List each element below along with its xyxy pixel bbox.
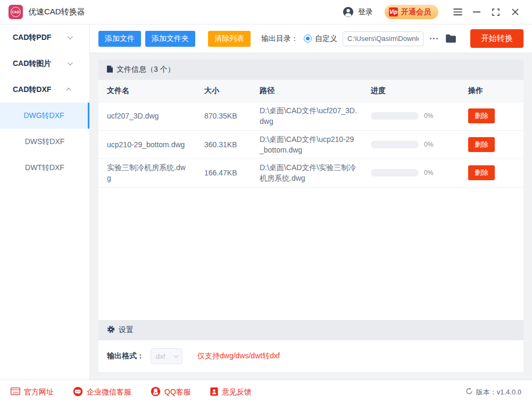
open-folder-icon[interactable]	[445, 34, 456, 43]
table-empty-area	[98, 188, 523, 320]
website-icon: .com	[11, 388, 20, 397]
feedback-link[interactable]: 意见反馈	[210, 387, 252, 398]
maximize-icon[interactable]	[486, 4, 505, 21]
file-size: 870.35KB	[204, 112, 260, 120]
close-icon[interactable]	[505, 4, 525, 21]
progress-cell: 0%	[371, 141, 468, 148]
file-path: D:\桌面\CAD文件\ucf207_3D.dwg	[260, 105, 371, 127]
svg-text:.com: .com	[12, 391, 19, 394]
custom-radio[interactable]	[304, 35, 312, 43]
window-controls	[448, 4, 525, 21]
file-size: 360.31KB	[204, 140, 260, 149]
footer: .com 官方网址 企业微信客服 QQ客服 意见反馈 版本：v	[0, 380, 532, 404]
vip-button-label: 开通会员	[401, 7, 431, 17]
qq-service-link[interactable]: QQ客服	[151, 386, 191, 398]
settings-panel: 设置 输出格式： dxf 仅支持dwg/dws/dwt转dxf	[98, 320, 523, 372]
minimize-icon[interactable]	[467, 4, 486, 21]
table-row: ucf207_3D.dwg 870.35KB D:\桌面\CAD文件\ucf20…	[98, 102, 523, 131]
col-filename: 文件名	[107, 86, 204, 96]
progress-label: 0%	[424, 112, 433, 120]
output-format-select: dxf	[151, 348, 182, 364]
official-website-link[interactable]: .com 官方网址	[11, 388, 54, 397]
output-dir-label: 输出目录：	[261, 34, 298, 44]
output-path-input[interactable]	[343, 31, 423, 46]
version-info: 版本：v1.4.0.0	[466, 388, 521, 397]
file-path: D:\桌面\CAD文件\实验三制冷机房系统.dwg	[260, 162, 371, 184]
format-hint-text: 仅支持dwg/dws/dwt转dxf	[197, 351, 280, 361]
title-right: 登录 Vip 开通会员	[343, 4, 525, 21]
delete-button[interactable]: 删除	[468, 165, 495, 180]
app-window: CAD 优速CAD转换器 登录 Vip 开通会员	[0, 0, 532, 404]
file-icon	[107, 65, 113, 74]
delete-button[interactable]: 删除	[468, 137, 495, 152]
file-panel-title: 文件信息（3 个）	[117, 65, 175, 74]
table-row: 实验三制冷机房系统.dwg 166.47KB D:\桌面\CAD文件\实验三制冷…	[98, 159, 523, 188]
app-logo-icon: CAD	[9, 5, 23, 19]
sidebar: CAD转PDF CAD转图片 CAD转DXF DWG转DXF DWS转DXF D…	[0, 24, 90, 380]
progress-label: 0%	[424, 169, 433, 176]
col-size: 大小	[204, 86, 260, 96]
qq-icon	[151, 386, 161, 398]
file-size: 166.47KB	[204, 169, 260, 177]
custom-radio-label: 自定义	[315, 34, 337, 44]
user-icon[interactable]	[343, 6, 354, 18]
progress-cell: 0%	[371, 169, 468, 176]
menu-icon[interactable]	[448, 4, 467, 21]
progress-bar	[371, 112, 419, 120]
clear-list-button[interactable]: 清除列表	[208, 31, 251, 47]
start-convert-button[interactable]: 开始转换	[470, 29, 523, 48]
sidebar-item-dws-to-dxf[interactable]: DWS转DXF	[0, 129, 89, 155]
add-folder-button[interactable]: 添加文件夹	[145, 31, 195, 47]
version-label: 版本：v1.4.0.0	[476, 388, 521, 397]
sidebar-item-dwt-to-dxf[interactable]: DWT转DXF	[0, 155, 89, 181]
sidebar-group-cad-to-dxf[interactable]: CAD转DXF	[0, 77, 89, 103]
chevron-up-icon	[66, 88, 71, 93]
titlebar: CAD 优速CAD转换器 登录 Vip 开通会员	[0, 0, 532, 24]
toolbar: 添加文件 添加文件夹 清除列表 输出目录： 自定义 开始转换	[90, 24, 532, 53]
vip-button[interactable]: Vip 开通会员	[385, 5, 438, 19]
wechat-service-link[interactable]: 企业微信客服	[73, 386, 131, 398]
progress-label: 0%	[424, 141, 433, 148]
file-panel-header: 文件信息（3 个）	[98, 60, 523, 80]
file-name: ucp210-29_bottom.dwg	[107, 139, 204, 150]
file-path: D:\桌面\CAD文件\ucp210-29_bottom.dwg	[260, 134, 371, 156]
update-refresh-icon[interactable]	[466, 388, 473, 397]
file-panel: 文件信息（3 个） 文件名 大小 路径 进度 操作 ucf207_3D.dwg …	[98, 60, 523, 320]
chevron-down-icon	[173, 354, 178, 358]
progress-bar	[371, 169, 419, 176]
sidebar-item-dwg-to-dxf[interactable]: DWG转DXF	[0, 103, 89, 129]
table-header: 文件名 大小 路径 进度 操作	[98, 80, 523, 102]
delete-button[interactable]: 删除	[468, 108, 495, 123]
table-row: ucp210-29_bottom.dwg 360.31KB D:\桌面\CAD文…	[98, 131, 523, 159]
add-file-button[interactable]: 添加文件	[98, 31, 141, 47]
settings-body: 输出格式： dxf 仅支持dwg/dws/dwt转dxf	[98, 340, 523, 372]
col-action: 操作	[468, 86, 523, 96]
output-format-value: dxf	[156, 352, 165, 360]
gear-icon	[107, 325, 115, 335]
browse-more-button[interactable]	[427, 35, 441, 43]
sidebar-group-cad-to-image[interactable]: CAD转图片	[0, 50, 89, 77]
vip-icon: Vip	[389, 7, 398, 16]
output-format-label: 输出格式：	[107, 351, 144, 361]
file-name: ucf207_3D.dwg	[107, 111, 204, 121]
progress-cell: 0%	[371, 112, 468, 120]
login-button[interactable]: 登录	[358, 7, 373, 17]
col-path: 路径	[260, 86, 371, 96]
sidebar-group-cad-to-pdf[interactable]: CAD转PDF	[0, 24, 89, 50]
output-dir-group: 输出目录： 自定义 开始转换	[261, 29, 523, 48]
app-title: 优速CAD转换器	[28, 7, 85, 17]
title-left: CAD 优速CAD转换器	[9, 5, 85, 19]
progress-bar	[371, 141, 419, 148]
main-area: 添加文件 添加文件夹 清除列表 输出目录： 自定义 开始转换	[90, 24, 532, 380]
wechat-service-icon	[73, 386, 83, 398]
file-name: 实验三制冷机房系统.dwg	[107, 162, 204, 184]
content-area: 文件信息（3 个） 文件名 大小 路径 进度 操作 ucf207_3D.dwg …	[90, 53, 532, 380]
chevron-down-icon	[68, 60, 73, 65]
feedback-icon	[210, 387, 218, 398]
col-progress: 进度	[371, 86, 468, 96]
settings-header: 设置	[98, 320, 523, 340]
chevron-down-icon	[68, 34, 73, 39]
settings-title: 设置	[119, 325, 134, 335]
